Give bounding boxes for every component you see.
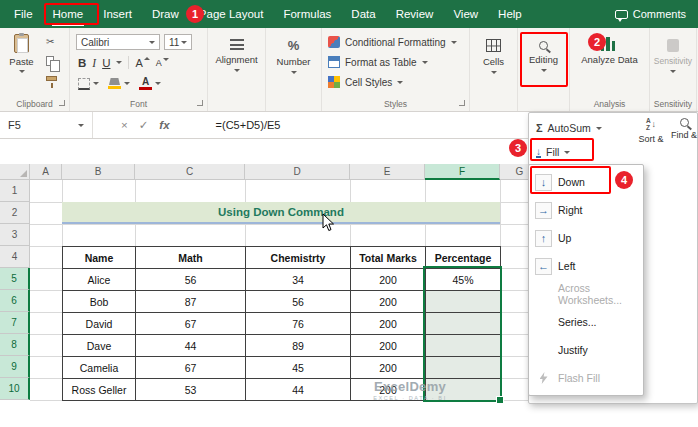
- row-header-4[interactable]: 4: [0, 246, 30, 268]
- row-header-3[interactable]: 3: [0, 224, 30, 246]
- cut-button[interactable]: ✂: [46, 36, 54, 47]
- menu-item-up[interactable]: ↑ Up: [529, 224, 643, 252]
- tab-data[interactable]: Data: [341, 0, 385, 28]
- row-header-1[interactable]: 1: [0, 180, 30, 202]
- col-header-a[interactable]: A: [30, 164, 62, 180]
- conditional-formatting-button[interactable]: Conditional Formatting: [328, 33, 457, 51]
- cell-d8[interactable]: 89: [246, 335, 351, 357]
- col-header-e[interactable]: E: [350, 164, 425, 180]
- cancel-button[interactable]: ×: [121, 119, 128, 131]
- cell-f8[interactable]: [426, 335, 501, 357]
- row-header-2[interactable]: 2: [0, 202, 30, 224]
- format-painter-button[interactable]: [46, 76, 57, 81]
- autosum-button[interactable]: Σ AutoSum: [536, 118, 602, 138]
- copy-button[interactable]: [46, 56, 54, 66]
- row-header-7[interactable]: 7: [0, 312, 30, 334]
- cell-c8[interactable]: 44: [136, 335, 246, 357]
- comments-button[interactable]: Comments: [615, 8, 686, 20]
- active-cell-f5[interactable]: 45%: [426, 269, 501, 291]
- fill-button[interactable]: ↓ Fill: [536, 142, 570, 162]
- cell-c4[interactable]: Math: [136, 247, 246, 269]
- cell-e5[interactable]: 200: [351, 269, 426, 291]
- col-header-d[interactable]: D: [245, 164, 350, 180]
- cell-b7[interactable]: David: [63, 313, 136, 335]
- alignment-button[interactable]: Alignment: [208, 28, 265, 111]
- cell-b4[interactable]: Name: [63, 247, 136, 269]
- tab-insert[interactable]: Insert: [93, 0, 142, 28]
- cells-button[interactable]: Cells: [470, 28, 517, 111]
- row-header-6[interactable]: 6: [0, 290, 30, 312]
- cell-e8[interactable]: 200: [351, 335, 426, 357]
- cell-e4[interactable]: Total Marks: [351, 247, 426, 269]
- cell-e6[interactable]: 200: [351, 291, 426, 313]
- insert-function-button[interactable]: fx: [159, 119, 169, 131]
- cell-e7[interactable]: 200: [351, 313, 426, 335]
- bold-button[interactable]: B: [78, 57, 86, 69]
- menu-item-left[interactable]: ← Left: [529, 252, 643, 280]
- cell-d10[interactable]: 44: [246, 379, 351, 401]
- tab-home[interactable]: Home: [43, 0, 94, 28]
- cell-c9[interactable]: 67: [136, 357, 246, 379]
- col-header-b[interactable]: B: [62, 164, 135, 180]
- cell-b10[interactable]: Ross Geller: [63, 379, 136, 401]
- tab-draw[interactable]: Draw: [142, 0, 189, 28]
- tab-file[interactable]: File: [4, 0, 43, 28]
- number-button[interactable]: % Number: [266, 28, 321, 111]
- paste-button[interactable]: Paste: [3, 34, 40, 73]
- tab-review[interactable]: Review: [386, 0, 444, 28]
- cell-c5[interactable]: 56: [136, 269, 246, 291]
- cell-f10[interactable]: [426, 379, 501, 401]
- borders-button[interactable]: [78, 78, 99, 90]
- decrease-font-size-button[interactable]: A: [156, 58, 169, 68]
- tab-view[interactable]: View: [443, 0, 488, 28]
- row-header-9[interactable]: 9: [0, 356, 30, 378]
- cell-c10[interactable]: 53: [136, 379, 246, 401]
- cell-f6[interactable]: [426, 291, 501, 313]
- cell-e9[interactable]: 200: [351, 357, 426, 379]
- cell-b9[interactable]: Camelia: [63, 357, 136, 379]
- menu-item-justify[interactable]: Justify: [529, 336, 643, 364]
- cell-c6[interactable]: 87: [136, 291, 246, 313]
- col-header-c[interactable]: C: [135, 164, 245, 180]
- cell-d9[interactable]: 45: [246, 357, 351, 379]
- format-as-table-button[interactable]: Format as Table: [328, 53, 428, 71]
- fill-color-button[interactable]: [108, 78, 130, 89]
- editing-button[interactable]: Editing: [518, 28, 569, 111]
- underline-button[interactable]: U: [102, 57, 110, 69]
- cell-d6[interactable]: 56: [246, 291, 351, 313]
- sort-filter-button[interactable]: A Z ↓ Sort &: [635, 118, 667, 144]
- tab-formulas[interactable]: Formulas: [273, 0, 341, 28]
- cell-b6[interactable]: Bob: [63, 291, 136, 313]
- menu-item-right[interactable]: → Right: [529, 196, 643, 224]
- col-header-f[interactable]: F: [425, 164, 500, 180]
- cell-d4[interactable]: Chemistrty: [246, 247, 351, 269]
- row-header-8[interactable]: 8: [0, 334, 30, 356]
- cell-d5[interactable]: 34: [246, 269, 351, 291]
- font-family-select[interactable]: Calibri: [76, 34, 160, 50]
- font-color-button[interactable]: A: [139, 77, 161, 90]
- title-cell[interactable]: Using Down Command: [62, 202, 500, 224]
- cell-styles-button[interactable]: Cell Styles: [328, 73, 403, 91]
- row-header-10[interactable]: 10: [0, 378, 30, 400]
- name-box[interactable]: F5: [0, 112, 93, 138]
- tab-help[interactable]: Help: [488, 0, 532, 28]
- cell-c7[interactable]: 67: [136, 313, 246, 335]
- cell-d7[interactable]: 76: [246, 313, 351, 335]
- cell-b5[interactable]: Alice: [63, 269, 136, 291]
- select-all-corner[interactable]: [0, 164, 30, 180]
- row-header-5[interactable]: 5: [0, 268, 30, 290]
- clipboard-dialog-launcher-icon[interactable]: [59, 100, 65, 106]
- enter-button[interactable]: ✓: [139, 118, 149, 132]
- menu-item-series[interactable]: Series...: [529, 308, 643, 336]
- font-size-select[interactable]: 11: [164, 34, 192, 50]
- styles-dialog-launcher-icon[interactable]: [459, 100, 465, 106]
- cell-e10[interactable]: 200: [351, 379, 426, 401]
- font-dialog-launcher-icon[interactable]: [197, 100, 203, 106]
- italic-button[interactable]: I: [92, 57, 96, 69]
- cell-f9[interactable]: [426, 357, 501, 379]
- cell-f4[interactable]: Percentage: [426, 247, 501, 269]
- increase-font-size-button[interactable]: A: [135, 57, 149, 69]
- cell-b8[interactable]: Dave: [63, 335, 136, 357]
- formula-input[interactable]: =(C5+D5)/E5: [216, 119, 281, 131]
- cell-f7[interactable]: [426, 313, 501, 335]
